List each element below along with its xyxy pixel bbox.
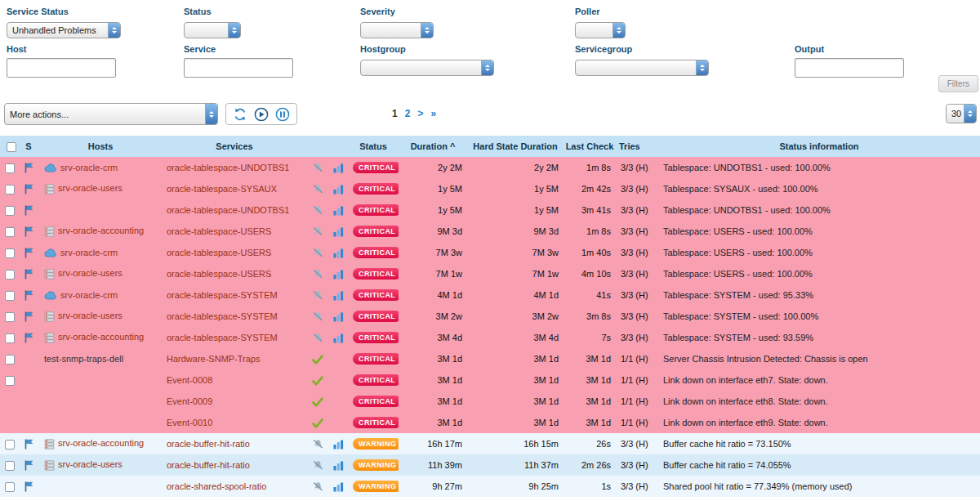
service-link[interactable]: oracle-tablespace-SYSTEM [167,333,278,342]
service-link[interactable]: oracle-tablespace-USERS [167,248,271,257]
host-link[interactable]: srv-oracle-users [58,311,122,320]
service-status-select[interactable]: Unhandled Problems [7,22,121,38]
row-checkbox[interactable] [5,248,15,258]
host-link[interactable]: srv-oracle-accounting [58,438,144,448]
hard-duration-cell: 3M 1d [467,412,564,433]
performance-graph-icon[interactable] [333,311,344,320]
last-check-cell: 2m 42s [564,178,616,199]
filters-button[interactable]: Filters [938,75,978,92]
service-link[interactable]: oracle-buffer-hit-ratio [167,460,250,470]
duration-cell: 7M 3w [399,242,467,263]
host-link[interactable]: srv-oracle-accounting [58,226,144,235]
service-link[interactable]: oracle-tablespace-UNDOTBS1 [167,205,289,215]
refresh-icon[interactable] [233,107,247,122]
last-check-cell: 1s [564,476,616,497]
service-link[interactable]: oracle-tablespace-USERS [167,226,271,236]
select-arrows-icon [108,23,120,38]
performance-graph-icon[interactable] [333,481,344,490]
performance-graph-icon[interactable] [333,332,344,342]
table-row: srv-oracle-crmoracle-tablespace-SYSTEMCR… [0,284,980,306]
status-select[interactable] [184,22,241,38]
page-size-select[interactable]: 30 [946,104,977,123]
row-checkbox[interactable] [5,227,15,237]
tries-cell: 3/3 (H) [616,284,658,306]
row-checkbox[interactable] [5,376,15,386]
service-link[interactable]: oracle-tablespace-SYSTEM [167,311,278,321]
column-header-hard-state-duration[interactable]: Hard State Duration [467,136,564,157]
severity-select[interactable] [360,22,434,38]
service-link[interactable]: oracle-tablespace-UNDOTBS1 [167,163,289,172]
row-checkbox[interactable] [5,185,15,195]
servicegroup-select[interactable] [575,60,709,76]
column-header-hosts[interactable]: Hosts [39,136,162,157]
service-input[interactable] [184,58,293,78]
status-info-cell: Shared pool hit ratio = 77.349% (memory … [658,476,980,497]
host-input[interactable] [7,58,116,78]
service-link[interactable]: Hardware-SNMP-Traps [167,354,261,364]
column-header-duration[interactable]: Duration ^ [399,136,467,157]
row-checkbox[interactable] [5,270,15,280]
performance-graph-icon[interactable] [333,162,344,172]
performance-graph-icon[interactable] [333,438,344,448]
page-next-link[interactable]: > [417,108,423,119]
column-header-status[interactable]: Status [348,136,399,157]
row-checkbox[interactable] [5,355,15,365]
autorefresh-controls [225,103,297,125]
host-link[interactable]: srv-oracle-accounting [58,332,144,342]
service-link[interactable]: oracle-tablespace-USERS [167,269,271,279]
row-checkbox[interactable] [5,163,15,173]
service-cell: oracle-tablespace-USERS [162,221,307,242]
service-link[interactable]: Event-0008 [167,375,212,385]
performance-graph-icon[interactable] [333,247,344,257]
host-link[interactable]: srv-oracle-crm [60,290,118,300]
host-link[interactable]: srv-oracle-users [58,183,122,193]
service-link[interactable]: oracle-tablespace-SYSTEM [167,290,278,300]
performance-graph-icon[interactable] [333,268,344,278]
page-2-link[interactable]: 2 [405,108,411,119]
host-cell: test-snmp-traps-dell [39,348,162,369]
performance-graph-icon[interactable] [333,183,344,193]
column-header-services[interactable]: Services [162,136,307,157]
flag-icon [24,268,33,278]
service-link[interactable]: oracle-shared-spool-ratio [167,481,266,491]
service-link[interactable]: Event-0009 [167,396,212,406]
service-link[interactable]: oracle-buffer-hit-ratio [167,439,250,449]
tries-cell: 3/3 (H) [616,221,658,242]
select-all-checkbox[interactable] [7,142,16,152]
row-checkbox[interactable] [5,333,15,343]
service-link[interactable]: Event-0010 [167,418,212,427]
last-check-cell: 3m 41s [564,199,616,221]
host-link[interactable]: test-snmp-traps-dell [44,354,123,364]
row-checkbox[interactable] [5,206,15,216]
host-link[interactable]: srv-oracle-crm [60,248,118,257]
column-header-s[interactable]: S [18,136,39,157]
performance-graph-icon[interactable] [333,289,344,299]
more-actions-select[interactable]: More actions... [4,103,218,125]
row-checkbox[interactable] [5,312,15,322]
duration-header-label: Duration [411,141,448,151]
play-icon[interactable] [254,107,269,122]
flag-icon [24,247,33,257]
service-cell: oracle-shared-spool-ratio [162,476,307,497]
host-link[interactable]: srv-oracle-users [58,268,122,278]
service-cell: oracle-tablespace-SYSTEM [162,306,307,327]
duration-cell: 3M 1d [399,391,467,412]
column-header-last-check[interactable]: Last Check [564,136,616,157]
row-checkbox[interactable] [5,291,15,301]
host-link[interactable]: srv-oracle-crm [60,163,118,172]
column-header-status-information[interactable]: Status information [658,136,980,157]
poller-select[interactable] [575,22,626,38]
row-checkbox[interactable] [5,440,15,450]
column-header-tries[interactable]: Tries [616,136,658,157]
performance-graph-icon[interactable] [333,459,344,469]
row-checkbox[interactable] [5,482,15,492]
row-checkbox[interactable] [5,461,15,471]
service-link[interactable]: oracle-tablespace-SYSAUX [167,184,277,194]
performance-graph-icon[interactable] [333,226,344,235]
output-input[interactable] [795,58,904,78]
host-link[interactable]: srv-oracle-users [58,459,122,469]
hostgroup-select[interactable] [360,60,494,76]
pause-icon[interactable] [275,107,290,122]
performance-graph-icon[interactable] [333,204,344,214]
page-last-link[interactable]: » [430,108,436,119]
